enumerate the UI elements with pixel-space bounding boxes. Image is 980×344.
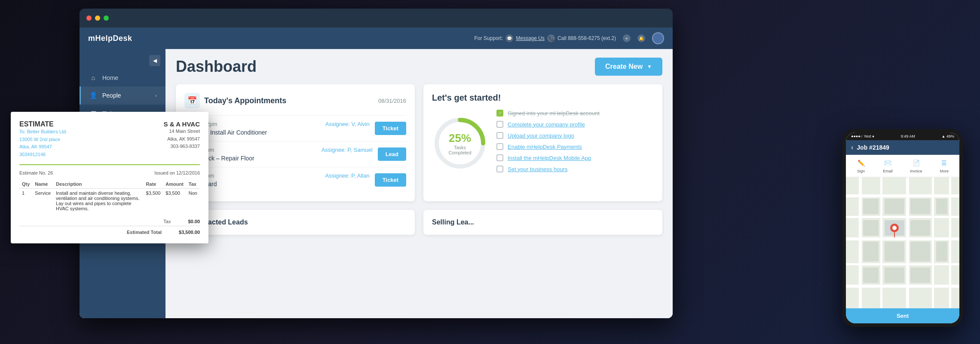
check-icon-2 (496, 121, 503, 128)
estimate-table: Qty Name Description Rate Amount Tax 1 S… (19, 180, 200, 213)
checklist-link-3[interactable]: Upload your company logo (508, 132, 574, 139)
phone-nav-bar: ‹ Job #21849 (846, 140, 959, 155)
phone-sent-button[interactable]: Sent (846, 308, 959, 323)
more-icon: ☰ (940, 158, 949, 168)
minimize-dot[interactable] (95, 15, 100, 21)
svg-rect-6 (846, 263, 959, 265)
chevron-down-icon: ▼ (647, 64, 652, 70)
appointment-item-3: 12pm - 2pm Assignee: P, Allan ith - Rich… (184, 167, 406, 193)
phone-action-bar: ✏️ Sign ✉️ Email 📄 Invoice ☰ More (846, 155, 959, 177)
estimate-company: S & A HVAC (164, 120, 200, 128)
svg-rect-9 (880, 177, 882, 308)
estimate-paper: ESTIMATE To: Better Builders Ltd. 13005 … (11, 112, 208, 243)
col-amount: Amount (163, 180, 186, 189)
sidebar-item-people[interactable]: 👤 People ‹ (80, 86, 165, 104)
appointments-title: Today's Appointments (204, 96, 286, 105)
close-dot[interactable] (86, 15, 92, 21)
svg-rect-23 (936, 242, 947, 261)
checklist-link-2[interactable]: Complete your company profile (508, 121, 585, 128)
check-icon-6 (496, 166, 503, 172)
user-avatar[interactable] (652, 32, 664, 44)
svg-rect-15 (910, 199, 930, 214)
main-content: Dashboard Create New ▼ 📅 (165, 49, 673, 318)
svg-rect-8 (859, 177, 862, 308)
phone-sign-button[interactable]: ✏️ Sign (856, 158, 866, 173)
appt-assignee-3: Assignee: P, Allan (325, 172, 370, 179)
invoice-icon: 📄 (911, 158, 921, 168)
top-nav: mHelpDesk For Support: 💬 Message Us 📞 Ca… (80, 28, 673, 49)
collapse-button[interactable]: ◀ (149, 55, 160, 66)
appt-desc-1: e Shop – Install Air Conditioner (184, 129, 370, 136)
phone-email-button[interactable]: ✉️ Email (883, 158, 893, 173)
appt-desc-3: ith - Richard (184, 181, 370, 187)
col-tax: Tax (186, 180, 200, 189)
checklist-link-5[interactable]: Install the mHelpDesk Mobile App (508, 155, 591, 161)
maximize-dot[interactable] (104, 15, 109, 21)
progress-percent: 25% (446, 132, 474, 145)
phone-map-area (846, 177, 959, 308)
estimate-meta: Estimate No. 26 Issued on 12/12/2016 (19, 170, 200, 175)
estimate-company-address: 14 Main Street Atka, AK 99547 303-963-83… (164, 128, 200, 150)
col-description: Description (53, 180, 144, 189)
svg-rect-25 (885, 267, 904, 283)
brand-logo: mHelpDesk (88, 34, 132, 43)
svg-rect-20 (863, 242, 879, 261)
phone-more-button[interactable]: ☰ More (940, 158, 949, 173)
check-icon-1: ✓ (496, 110, 503, 117)
email-icon: ✉️ (883, 158, 893, 168)
svg-rect-5 (846, 237, 959, 240)
col-name: Name (32, 180, 53, 189)
estimate-client-info: To: Better Builders Ltd. 13005 W 2nd pla… (19, 128, 67, 158)
appointments-title-group: 📅 Today's Appointments (184, 93, 286, 108)
support-text: For Support: 💬 Message Us 📞 Call 888-558… (475, 34, 616, 42)
svg-rect-10 (906, 177, 909, 308)
uncontacted-leads-card: Uncontacted Leads (176, 210, 415, 235)
notification-icon[interactable]: 🔔 (637, 34, 645, 42)
get-started-title: Let's get started! (432, 93, 654, 103)
svg-rect-26 (910, 267, 930, 283)
people-chevron-icon: ‹ (155, 93, 157, 98)
svg-rect-13 (863, 199, 879, 214)
appointments-card: 📅 Today's Appointments 08/31/2016 11am -… (176, 84, 415, 201)
ticket-button-2[interactable]: Ticket (375, 173, 406, 187)
checklist-item-6: Set your business hours (496, 166, 654, 172)
table-row: 1 Service Install and maintain diverse h… (19, 189, 200, 213)
phone-screen: ●●●●○ Yext ♦ 9:49 AM ▲ 49% ‹ Job #21849 … (846, 132, 959, 323)
phone-status-right: ▲ 49% (942, 134, 954, 138)
selling-leads-card: Selling Lea... (423, 210, 662, 235)
phone-invoice-button[interactable]: 📄 Invoice (910, 158, 922, 173)
appt-assignee-1: Assignee: V, Alvin (325, 121, 370, 127)
get-started-card: Let's get started! 25% (423, 84, 662, 201)
svg-rect-21 (885, 242, 904, 261)
col-qty: Qty (19, 180, 32, 189)
estimate-footer: Tax $0.00 (19, 219, 200, 224)
create-new-button[interactable]: Create New ▼ (595, 58, 662, 76)
message-us-link[interactable]: Message Us (516, 35, 545, 41)
svg-rect-22 (910, 242, 930, 261)
sidebar-item-home[interactable]: ⌂ Home (80, 69, 165, 86)
checklist-link-4[interactable]: Enable mHelpDesk Payments (508, 144, 582, 150)
checklist-item-5: Install the mHelpDesk Mobile App (496, 154, 654, 161)
checklist-item-4: Enable mHelpDesk Payments (496, 143, 654, 150)
selling-leads-title: Selling Lea... (432, 218, 474, 226)
top-nav-right: For Support: 💬 Message Us 📞 Call 888-558… (475, 32, 664, 44)
checklist-link-6[interactable]: Set your business hours (508, 166, 567, 172)
lead-button-1[interactable]: Lead (378, 147, 406, 161)
phone-status-left: ●●●●○ Yext ♦ (851, 134, 874, 138)
appointment-item-1: 11am - 12pm Assignee: V, Alvin e Shop – … (184, 115, 406, 141)
browser-chrome (80, 9, 673, 28)
page-title: Dashboard (176, 58, 257, 76)
appt-assignee-2: Assignee: P, Samuel (322, 147, 373, 153)
add-icon[interactable]: + (623, 34, 631, 42)
calendar-icon: 📅 (184, 93, 200, 108)
people-icon: 👤 (89, 92, 97, 99)
checklist-item-1: ✓ Signed into your mHelpDesk account (496, 110, 654, 117)
phone-back-button[interactable]: ‹ (851, 144, 853, 151)
svg-rect-16 (936, 199, 947, 214)
progress-label: Tasks Completed (446, 145, 474, 155)
progress-section: 25% Tasks Completed ✓ Signed into your m… (432, 110, 654, 177)
svg-rect-4 (846, 216, 959, 218)
sidebar-item-home-label: Home (102, 74, 118, 81)
svg-rect-14 (885, 199, 904, 214)
ticket-button-1[interactable]: Ticket (375, 122, 406, 135)
